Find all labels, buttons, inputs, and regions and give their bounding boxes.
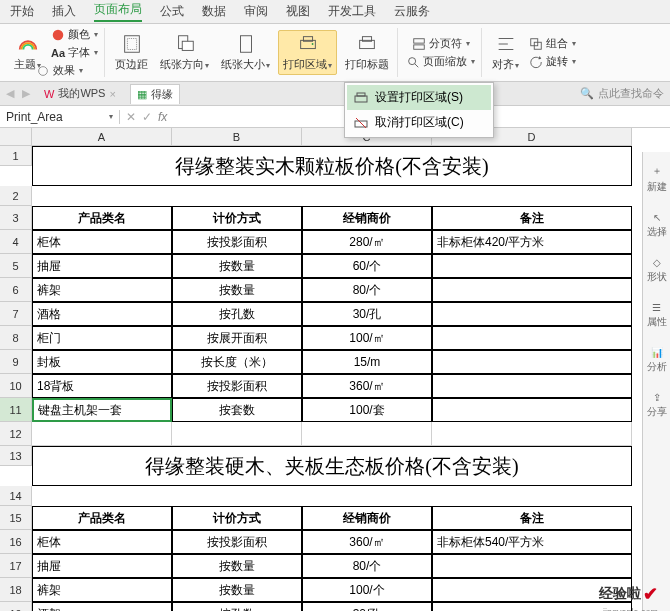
table-title[interactable]: 得缘整装硬木、夹板生态板价格(不含安装) bbox=[32, 446, 632, 486]
table-cell[interactable]: 360/㎡ bbox=[302, 374, 432, 398]
table-cell[interactable]: 按套数 bbox=[172, 398, 302, 422]
row-header[interactable]: 5 bbox=[0, 254, 32, 278]
table-cell[interactable]: 按数量 bbox=[172, 278, 302, 302]
row-header[interactable]: 15 bbox=[0, 506, 32, 530]
table-cell[interactable]: 裤架 bbox=[32, 278, 172, 302]
page-zoom-button[interactable]: 页面缩放▾ bbox=[404, 53, 477, 70]
table-cell[interactable] bbox=[432, 254, 632, 278]
table-cell[interactable]: 按孔数 bbox=[172, 302, 302, 326]
tab-view[interactable]: 视图 bbox=[286, 3, 310, 20]
table-cell[interactable]: 柜体 bbox=[32, 230, 172, 254]
table-cell[interactable]: 非标柜体420/平方米 bbox=[432, 230, 632, 254]
nav-back-icon[interactable]: ◀ bbox=[6, 87, 14, 100]
table-cell[interactable]: 按投影面积 bbox=[172, 530, 302, 554]
select-all-corner[interactable] bbox=[0, 128, 32, 146]
table-cell[interactable]: 抽屉 bbox=[32, 254, 172, 278]
command-search[interactable]: 🔍点此查找命令 bbox=[580, 86, 664, 101]
table-cell[interactable]: 键盘主机架一套 bbox=[32, 398, 172, 422]
table-cell[interactable]: 按数量 bbox=[172, 254, 302, 278]
table-cell[interactable]: 按投影面积 bbox=[172, 230, 302, 254]
table-header[interactable]: 经销商价 bbox=[302, 206, 432, 230]
tab-insert[interactable]: 插入 bbox=[52, 3, 76, 20]
table-cell[interactable]: 60/个 bbox=[302, 254, 432, 278]
table-cell[interactable]: 360/㎡ bbox=[302, 530, 432, 554]
tab-formula[interactable]: 公式 bbox=[160, 3, 184, 20]
table-cell[interactable] bbox=[432, 326, 632, 350]
table-cell[interactable]: 酒格 bbox=[32, 302, 172, 326]
row-header[interactable]: 10 bbox=[0, 374, 32, 398]
table-cell[interactable] bbox=[432, 554, 632, 578]
table-cell[interactable]: 裤架 bbox=[32, 578, 172, 602]
side-analyze[interactable]: 📊分析 bbox=[647, 347, 667, 374]
row-header[interactable]: 14 bbox=[0, 486, 32, 506]
table-cell[interactable]: 非标柜体540/平方米 bbox=[432, 530, 632, 554]
table-cell[interactable]: 100/个 bbox=[302, 578, 432, 602]
margins-button[interactable]: 页边距 bbox=[111, 31, 152, 74]
tab-page-layout[interactable]: 页面布局 bbox=[94, 1, 142, 22]
table-header[interactable]: 产品类名 bbox=[32, 206, 172, 230]
effect-button[interactable]: 效果▾ bbox=[19, 62, 100, 79]
tab-data[interactable]: 数据 bbox=[202, 3, 226, 20]
side-attr[interactable]: ☰属性 bbox=[647, 302, 667, 329]
name-box[interactable]: Print_Area▾ bbox=[0, 110, 120, 124]
table-cell[interactable]: 柜体 bbox=[32, 530, 172, 554]
print-area-button[interactable]: 打印区域▾ bbox=[278, 30, 337, 75]
table-cell[interactable]: 封板 bbox=[32, 350, 172, 374]
table-cell[interactable]: 18背板 bbox=[32, 374, 172, 398]
table-cell[interactable] bbox=[432, 302, 632, 326]
table-cell[interactable]: 100/套 bbox=[302, 398, 432, 422]
table-cell[interactable]: 按长度（米） bbox=[172, 350, 302, 374]
table-cell[interactable] bbox=[432, 398, 632, 422]
row-header[interactable]: 9 bbox=[0, 350, 32, 374]
tab-cloud[interactable]: 云服务 bbox=[394, 3, 430, 20]
table-header[interactable]: 备注 bbox=[432, 206, 632, 230]
table-cell[interactable] bbox=[432, 374, 632, 398]
cancel-print-area-item[interactable]: 取消打印区域(C) bbox=[347, 110, 491, 135]
fx-button[interactable]: fx bbox=[158, 110, 167, 124]
table-cell[interactable]: 280/㎡ bbox=[302, 230, 432, 254]
table-cell[interactable]: 30/孔 bbox=[302, 302, 432, 326]
group-button[interactable]: 组合▾ bbox=[527, 35, 578, 52]
row-header[interactable]: 8 bbox=[0, 326, 32, 350]
col-header[interactable]: A bbox=[32, 128, 172, 146]
table-title[interactable]: 得缘整装实木颗粒板价格(不含安装) bbox=[32, 146, 632, 186]
set-print-area-item[interactable]: 设置打印区域(S) bbox=[347, 85, 491, 110]
nav-fwd-icon[interactable]: ▶ bbox=[22, 87, 30, 100]
empty-cell[interactable] bbox=[302, 422, 432, 446]
rotate-button[interactable]: 旋转▾ bbox=[527, 53, 578, 70]
tab-review[interactable]: 审阅 bbox=[244, 3, 268, 20]
side-new[interactable]: ＋新建 bbox=[647, 164, 667, 194]
tab-dev[interactable]: 开发工具 bbox=[328, 3, 376, 20]
file-tab[interactable]: ▦得缘 bbox=[130, 84, 180, 104]
table-cell[interactable]: 30/孔 bbox=[302, 602, 432, 611]
table-header[interactable]: 经销商价 bbox=[302, 506, 432, 530]
my-wps-tab[interactable]: W我的WPS× bbox=[38, 84, 122, 103]
empty-cell[interactable] bbox=[32, 422, 172, 446]
side-select[interactable]: ↖选择 bbox=[647, 212, 667, 239]
table-cell[interactable]: 按数量 bbox=[172, 578, 302, 602]
table-cell[interactable]: 按孔数 bbox=[172, 602, 302, 611]
row-header[interactable]: 17 bbox=[0, 554, 32, 578]
table-header[interactable]: 产品类名 bbox=[32, 506, 172, 530]
row-header[interactable]: 18 bbox=[0, 578, 32, 602]
row-header[interactable]: 3 bbox=[0, 206, 32, 230]
col-header[interactable]: B bbox=[172, 128, 302, 146]
row-header[interactable]: 12 bbox=[0, 422, 32, 446]
table-cell[interactable] bbox=[432, 350, 632, 374]
table-cell[interactable]: 按数量 bbox=[172, 554, 302, 578]
table-cell[interactable]: 80/个 bbox=[302, 554, 432, 578]
table-header[interactable]: 计价方式 bbox=[172, 506, 302, 530]
table-cell[interactable]: 柜门 bbox=[32, 326, 172, 350]
row-header[interactable]: 4 bbox=[0, 230, 32, 254]
empty-cell[interactable] bbox=[432, 422, 632, 446]
align-button[interactable]: 对齐▾ bbox=[488, 31, 523, 74]
table-cell[interactable]: 按展开面积 bbox=[172, 326, 302, 350]
table-cell[interactable]: 抽屉 bbox=[32, 554, 172, 578]
print-titles-button[interactable]: 打印标题 bbox=[341, 31, 393, 74]
empty-cell[interactable] bbox=[172, 422, 302, 446]
row-header[interactable]: 2 bbox=[0, 186, 32, 206]
row-header[interactable]: 13 bbox=[0, 446, 32, 466]
size-button[interactable]: 纸张大小▾ bbox=[217, 31, 274, 74]
tab-start[interactable]: 开始 bbox=[10, 3, 34, 20]
table-header[interactable]: 计价方式 bbox=[172, 206, 302, 230]
